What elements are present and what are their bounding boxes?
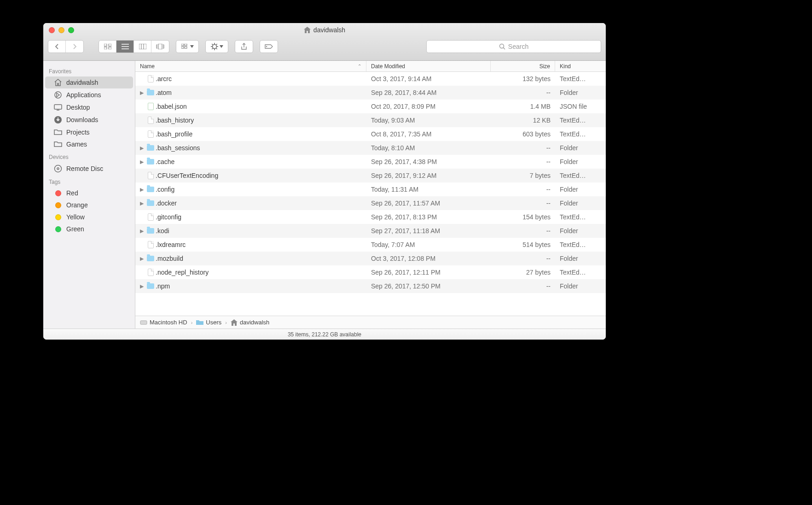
column-header-kind-label: Kind xyxy=(560,63,571,70)
file-size: 603 bytes xyxy=(491,130,555,138)
file-icon xyxy=(148,172,154,179)
column-header-name-label: Name xyxy=(140,63,155,70)
file-size: 7 bytes xyxy=(491,172,555,179)
path-item[interactable]: Users xyxy=(196,319,221,326)
apps-icon xyxy=(53,91,63,99)
path-item[interactable]: davidwalsh xyxy=(231,319,269,326)
view-list-button[interactable] xyxy=(116,41,134,53)
sidebar-item-label: davidwalsh xyxy=(66,79,98,86)
file-row[interactable]: ▶.dockerSep 26, 2017, 11:57 AM--Folder xyxy=(135,196,606,210)
window-controls xyxy=(43,25,74,33)
file-row[interactable]: .lxdreamrcToday, 7:07 AM514 bytesTextEd… xyxy=(135,238,606,252)
tags-button[interactable] xyxy=(260,41,278,53)
file-row[interactable]: ▶.kodiSep 27, 2017, 11:18 AM--Folder xyxy=(135,224,606,238)
sidebar-item-remote-disc[interactable]: Remote Disc xyxy=(45,162,133,175)
disclosure-triangle[interactable]: ▶ xyxy=(135,90,145,96)
folder-icon xyxy=(147,187,154,192)
json-file-icon xyxy=(148,103,154,110)
view-icons-button[interactable] xyxy=(99,41,116,53)
disclosure-triangle[interactable]: ▶ xyxy=(135,256,145,262)
file-row[interactable]: .arcrcOct 3, 2017, 9:14 AM132 bytesTextE… xyxy=(135,72,606,86)
file-row[interactable]: ▶.configToday, 11:31 AM--Folder xyxy=(135,182,606,196)
forward-button[interactable] xyxy=(66,41,83,53)
view-gallery-button[interactable] xyxy=(151,41,169,53)
file-date: Oct 3, 2017, 12:08 PM xyxy=(366,255,491,262)
status-text: 35 items, 212.22 GB available xyxy=(288,331,361,338)
share-button[interactable] xyxy=(235,41,253,53)
column-header-name[interactable]: Name ⌃ xyxy=(135,61,366,71)
view-columns-button[interactable] xyxy=(134,41,151,53)
file-kind: TextEd… xyxy=(555,172,606,179)
action-button[interactable] xyxy=(206,41,228,53)
sidebar-item-davidwalsh[interactable]: davidwalsh xyxy=(45,76,133,88)
svg-line-24 xyxy=(212,44,213,45)
file-name: .mozbuild xyxy=(156,255,366,262)
svg-rect-1 xyxy=(109,44,111,46)
sidebar-item-downloads[interactable]: Downloads xyxy=(45,113,133,126)
file-kind: Folder xyxy=(555,227,606,235)
file-row[interactable]: ▶.cacheSep 26, 2017, 4:38 PM--Folder xyxy=(135,155,606,169)
disclosure-triangle[interactable]: ▶ xyxy=(135,200,145,206)
minimize-button[interactable] xyxy=(58,27,64,33)
file-date: Sep 26, 2017, 4:38 PM xyxy=(366,158,491,165)
file-size: -- xyxy=(491,89,555,96)
titlebar-top: davidwalsh xyxy=(43,23,606,35)
titlebar: davidwalsh xyxy=(43,23,606,61)
close-button[interactable] xyxy=(49,27,55,33)
disclosure-triangle[interactable]: ▶ xyxy=(135,159,145,165)
file-row[interactable]: ▶.npmSep 26, 2017, 12:50 PM--Folder xyxy=(135,279,606,293)
sidebar-tag-green[interactable]: Green xyxy=(45,223,133,235)
file-row[interactable]: .CFUserTextEncodingSep 26, 2017, 9:12 AM… xyxy=(135,169,606,182)
disclosure-triangle[interactable]: ▶ xyxy=(135,283,145,289)
tags-button-group xyxy=(260,40,278,53)
svg-point-19 xyxy=(212,44,216,48)
sidebar-tag-yellow[interactable]: Yellow xyxy=(45,211,133,223)
file-row[interactable]: ▶.atomSep 28, 2017, 8:44 AM--Folder xyxy=(135,86,606,100)
column-header-size[interactable]: Size xyxy=(491,61,555,71)
file-size: -- xyxy=(491,282,555,290)
disclosure-triangle[interactable]: ▶ xyxy=(135,228,145,234)
zoom-button[interactable] xyxy=(68,27,74,33)
sidebar-tag-orange[interactable]: Orange xyxy=(45,199,133,211)
path-item[interactable]: Macintosh HD xyxy=(140,319,187,326)
sidebar-tag-red[interactable]: Red xyxy=(45,187,133,199)
sidebar-item-label: Red xyxy=(66,189,78,197)
file-row[interactable]: .babel.jsonOct 20, 2017, 8:09 PM1.4 MBJS… xyxy=(135,100,606,113)
file-size: 154 bytes xyxy=(491,213,555,221)
file-row[interactable]: .bash_profileOct 8, 2017, 7:35 AM603 byt… xyxy=(135,127,606,141)
arrange-button[interactable] xyxy=(176,41,198,53)
column-header-kind[interactable]: Kind xyxy=(555,61,606,71)
file-row[interactable]: .gitconfigSep 26, 2017, 8:13 PM154 bytes… xyxy=(135,210,606,224)
svg-rect-2 xyxy=(104,47,107,49)
file-kind: TextEd… xyxy=(555,269,606,276)
sidebar-item-applications[interactable]: Applications xyxy=(45,88,133,101)
file-row[interactable]: .node_repl_historySep 26, 2017, 12:11 PM… xyxy=(135,265,606,279)
file-row[interactable]: ▶.bash_sessionsToday, 8:10 AM--Folder xyxy=(135,141,606,155)
file-name: .config xyxy=(156,186,366,193)
file-date: Oct 3, 2017, 9:14 AM xyxy=(366,75,491,82)
folder-icon xyxy=(196,320,203,325)
file-size: 1.4 MB xyxy=(491,103,555,110)
column-header-date[interactable]: Date Modified xyxy=(366,61,491,71)
back-button[interactable] xyxy=(48,41,66,53)
file-kind: Folder xyxy=(555,282,606,290)
sidebar-tags-header: Tags xyxy=(43,175,135,187)
search-input[interactable]: Search xyxy=(426,40,601,53)
sidebar-item-projects[interactable]: Projects xyxy=(45,126,133,138)
file-row[interactable]: ▶.mozbuildOct 3, 2017, 12:08 PM--Folder xyxy=(135,252,606,265)
file-kind: Folder xyxy=(555,158,606,165)
file-kind: TextEd… xyxy=(555,75,606,82)
sidebar-item-games[interactable]: Games xyxy=(45,138,133,150)
file-date: Sep 28, 2017, 8:44 AM xyxy=(366,89,491,96)
file-row[interactable]: .bash_historyToday, 9:03 AM12 KBTextEd… xyxy=(135,113,606,127)
folder-icon xyxy=(147,228,154,234)
file-name: .atom xyxy=(156,89,366,96)
file-name: .CFUserTextEncoding xyxy=(156,172,366,179)
body: Favorites davidwalshApplicationsDesktopD… xyxy=(43,61,606,329)
sidebar-item-desktop[interactable]: Desktop xyxy=(45,101,133,113)
svg-point-28 xyxy=(266,46,267,47)
folder-icon xyxy=(147,90,154,95)
svg-rect-7 xyxy=(139,44,146,49)
disclosure-triangle[interactable]: ▶ xyxy=(135,145,145,151)
disclosure-triangle[interactable]: ▶ xyxy=(135,187,145,193)
